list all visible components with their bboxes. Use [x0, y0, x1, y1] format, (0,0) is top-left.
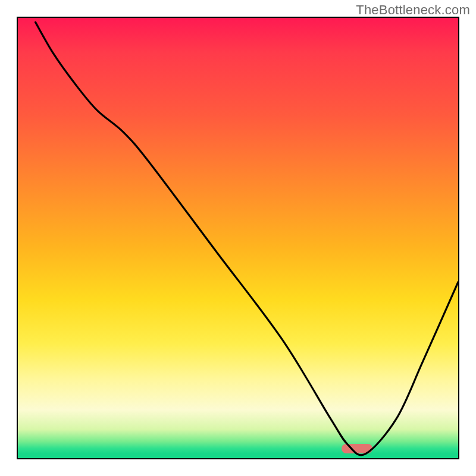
plot-area	[17, 17, 459, 459]
watermark-text: TheBottleneck.com	[356, 2, 470, 18]
chart-canvas: TheBottleneck.com	[0, 0, 476, 476]
bottleneck-curve	[18, 18, 458, 458]
